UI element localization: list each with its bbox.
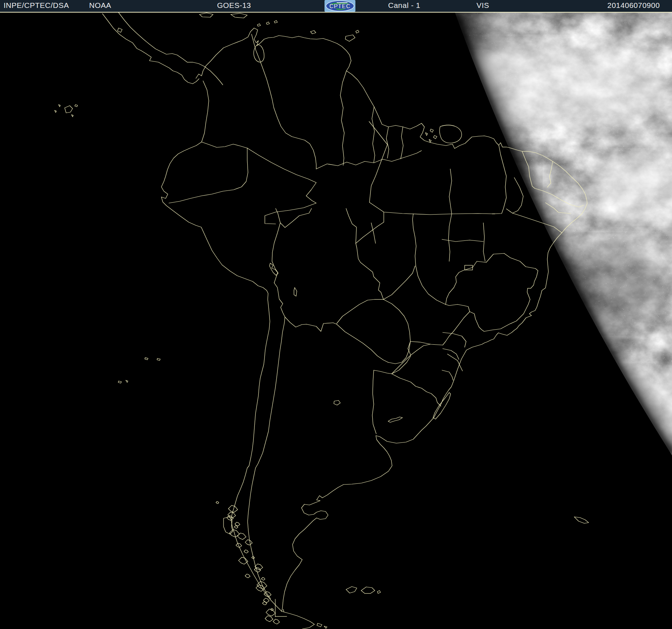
satellite-label: GOES-13: [217, 1, 251, 10]
band-label: VIS: [477, 1, 489, 10]
satellite-map: [0, 0, 672, 629]
header-separator: [0, 12, 672, 13]
agency-label: INPE/CPTEC/DSA: [4, 1, 69, 10]
logo-text: CPTEC: [329, 3, 350, 9]
timestamp-label: 201406070900: [607, 1, 660, 10]
channel-label: Canal - 1: [388, 1, 420, 10]
satellite-image-viewer: INPE/CPTEC/DSA NOAA GOES-13 Canal - 1 VI…: [0, 0, 672, 629]
cptec-logo: CPTEC: [325, 0, 355, 12]
org-label: NOAA: [89, 1, 111, 10]
